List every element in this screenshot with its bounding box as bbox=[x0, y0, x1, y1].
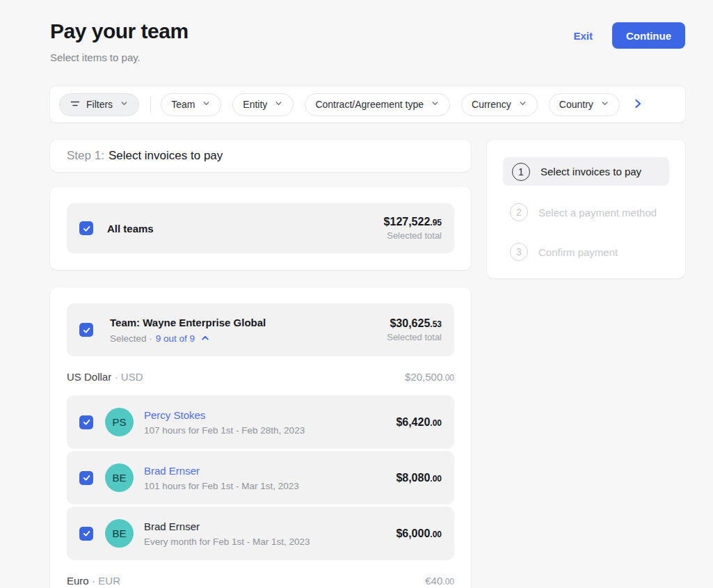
filters-label: Filters bbox=[86, 99, 113, 110]
currency-group-eur-header: Euro · EUR €40.00 bbox=[67, 575, 454, 587]
team-checkbox[interactable] bbox=[79, 323, 93, 337]
currency-label: Euro · EUR bbox=[67, 575, 120, 587]
page-header-actions: Exit Continue bbox=[573, 22, 685, 49]
page-header: Pay your team Select items to pay. Exit … bbox=[50, 19, 685, 63]
invoice-row: BE Brad Ernser Every month for Feb 1st -… bbox=[67, 507, 454, 560]
chevron-down-icon bbox=[431, 99, 440, 110]
invoice-amount: $6,000.00 bbox=[396, 527, 442, 540]
step-prefix: Step 1: bbox=[67, 149, 104, 163]
step-number-circle: 2 bbox=[510, 203, 528, 221]
step-header-card: Step 1: Select invoices to pay bbox=[50, 140, 471, 172]
step-number-circle: 3 bbox=[510, 243, 528, 261]
avatar: BE bbox=[105, 463, 134, 492]
main-layout: Step 1: Select invoices to pay All teams… bbox=[50, 140, 685, 588]
invoice-text: Brad Ernser 101 hours for Feb 1st - Mar … bbox=[144, 465, 299, 491]
avatar: BE bbox=[105, 519, 134, 548]
all-teams-checkbox[interactable] bbox=[79, 221, 93, 235]
invoice-amount: $6,420.00 bbox=[396, 416, 442, 429]
team-card: Team: Wayne Enterprise Global Selected ·… bbox=[50, 287, 471, 588]
team-selected-line: Selected · 9 out of 9 bbox=[110, 333, 266, 344]
page-subtitle: Select items to pay. bbox=[50, 51, 189, 63]
contractor-name: Brad Ernser bbox=[144, 521, 200, 532]
all-teams-label: All teams bbox=[107, 223, 154, 235]
step-title: Select invoices to pay bbox=[109, 149, 223, 163]
team-caption: Selected total bbox=[387, 332, 442, 342]
currency-subtotal: $20,500.00 bbox=[405, 371, 454, 383]
team-total: $30,625.53 Selected total bbox=[387, 317, 442, 342]
invoice-row: PS Percy Stokes 107 hours for Feb 1st - … bbox=[67, 395, 454, 449]
team-header-row: Team: Wayne Enterprise Global Selected ·… bbox=[67, 303, 454, 356]
step-label: Select a payment method bbox=[538, 207, 657, 218]
all-teams-caption: Selected total bbox=[384, 230, 442, 241]
exit-button[interactable]: Exit bbox=[573, 30, 593, 42]
all-teams-card: All teams $127,522.95 Selected total bbox=[50, 186, 471, 270]
chevron-down-icon bbox=[274, 99, 283, 110]
selected-prefix: Selected · bbox=[110, 333, 152, 344]
divider bbox=[150, 96, 151, 113]
invoice-amount-block: $6,420.00 bbox=[396, 416, 442, 429]
currency-label: US Dollar · USD bbox=[67, 371, 143, 383]
stepper-step-1[interactable]: 1 Select invoices to pay bbox=[503, 157, 669, 186]
invoice-checkbox[interactable] bbox=[79, 471, 93, 485]
team-amount: $30,625.53 bbox=[387, 317, 442, 330]
chevron-right-icon bbox=[632, 98, 643, 111]
filter-pill-contract-type[interactable]: Contract/Agreement type bbox=[305, 93, 450, 116]
invoice-list: PS Percy Stokes 107 hours for Feb 1st - … bbox=[67, 395, 454, 560]
all-teams-row: All teams $127,522.95 Selected total bbox=[67, 203, 454, 253]
right-column: 1 Select invoices to pay 2 Select a paym… bbox=[487, 140, 685, 278]
stepper-step-2: 2 Select a payment method bbox=[503, 203, 669, 221]
left-column: Step 1: Select invoices to pay All teams… bbox=[50, 140, 471, 588]
invoice-description: 107 hours for Feb 1st - Feb 28th, 2023 bbox=[144, 425, 305, 436]
filter-lines-icon bbox=[70, 98, 81, 111]
invoice-text: Brad Ernser Every month for Feb 1st - Ma… bbox=[144, 521, 310, 547]
chevron-down-icon bbox=[202, 99, 211, 110]
stepper-step-3: 3 Confirm payment bbox=[503, 243, 669, 261]
invoice-description: Every month for Feb 1st - Mar 1st, 2023 bbox=[144, 537, 310, 547]
invoice-checkbox[interactable] bbox=[79, 415, 93, 429]
step-label: Confirm payment bbox=[538, 246, 618, 258]
contractor-name-link[interactable]: Percy Stokes bbox=[144, 409, 205, 421]
invoice-description: 101 hours for Feb 1st - Mar 1st, 2023 bbox=[144, 481, 299, 491]
invoice-checkbox[interactable] bbox=[79, 527, 93, 541]
team-name: Team: Wayne Enterprise Global bbox=[110, 317, 266, 328]
all-teams-amount: $127,522.95 bbox=[384, 216, 442, 228]
selected-count-link[interactable]: 9 out of 9 bbox=[156, 333, 195, 344]
team-header-text: Team: Wayne Enterprise Global Selected ·… bbox=[110, 317, 266, 344]
chevron-down-icon bbox=[120, 99, 129, 110]
invoice-amount-block: $8,080.00 bbox=[396, 472, 442, 484]
step-label: Select invoices to pay bbox=[540, 166, 641, 177]
invoice-amount: $8,080.00 bbox=[396, 472, 442, 484]
filter-pill-team[interactable]: Team bbox=[161, 93, 221, 116]
filter-pill-country[interactable]: Country bbox=[549, 93, 620, 116]
all-teams-total: $127,522.95 Selected total bbox=[384, 216, 442, 241]
avatar: PS bbox=[105, 408, 134, 436]
continue-button[interactable]: Continue bbox=[612, 22, 685, 49]
page-header-left: Pay your team Select items to pay. bbox=[50, 19, 189, 63]
filter-bar: Filters Team Entity Contract/Agreement t… bbox=[50, 86, 685, 122]
invoice-row: BE Brad Ernser 101 hours for Feb 1st - M… bbox=[67, 451, 454, 504]
chevron-up-icon[interactable] bbox=[200, 333, 210, 343]
filter-pill-currency[interactable]: Currency bbox=[461, 93, 538, 116]
page-title: Pay your team bbox=[50, 19, 189, 43]
chevron-down-icon bbox=[600, 99, 609, 110]
invoice-text: Percy Stokes 107 hours for Feb 1st - Feb… bbox=[144, 409, 305, 436]
contractor-name-link[interactable]: Brad Ernser bbox=[144, 465, 200, 477]
more-filters-button[interactable] bbox=[632, 98, 643, 111]
invoice-amount-block: $6,000.00 bbox=[396, 527, 442, 540]
step-number-circle: 1 bbox=[512, 163, 530, 181]
pay-your-team-page: Pay your team Select items to pay. Exit … bbox=[0, 0, 713, 588]
filters-dropdown[interactable]: Filters bbox=[59, 93, 139, 116]
stepper-card: 1 Select invoices to pay 2 Select a paym… bbox=[487, 140, 685, 278]
currency-subtotal: €40.00 bbox=[425, 575, 454, 587]
filter-pill-entity[interactable]: Entity bbox=[232, 93, 294, 116]
chevron-down-icon bbox=[518, 99, 527, 110]
currency-group-usd-header: US Dollar · USD $20,500.00 bbox=[67, 371, 454, 383]
